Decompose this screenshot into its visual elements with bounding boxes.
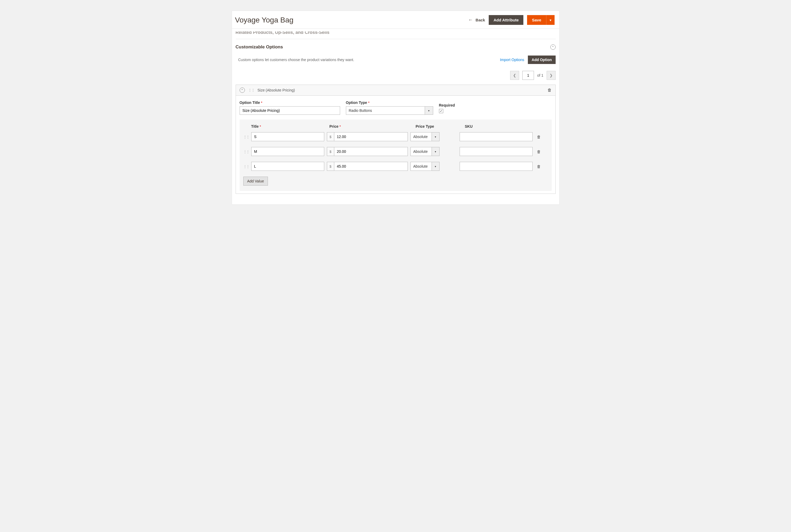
option-box-header-left: ⌃ ⋮⋮ Size (Absolute Pricing) bbox=[240, 88, 295, 93]
value-sku-input[interactable] bbox=[459, 147, 533, 156]
currency-symbol: $ bbox=[327, 132, 334, 141]
drag-handle-icon[interactable]: ⋮⋮ bbox=[243, 135, 249, 139]
values-header: Title* Price* Price Type SKU bbox=[243, 124, 548, 132]
add-value-button[interactable]: Add Value bbox=[243, 177, 268, 186]
add-option-button[interactable]: Add Option bbox=[528, 56, 555, 64]
value-price-input[interactable] bbox=[334, 132, 408, 141]
back-button[interactable]: ← Back bbox=[468, 17, 485, 23]
currency-symbol: $ bbox=[327, 162, 334, 171]
pager-total: of 1 bbox=[537, 73, 543, 77]
back-label: Back bbox=[475, 18, 485, 22]
option-body: Option Title* Option Type* Radio Buttons… bbox=[236, 96, 555, 193]
pager-prev-button[interactable]: ❮ bbox=[510, 71, 519, 80]
col-price: Price* bbox=[329, 124, 413, 129]
customizable-options-section-header[interactable]: Customizable Options ⌃ bbox=[236, 39, 555, 54]
value-row: ⋮⋮$Absolute▾🗑 bbox=[243, 162, 548, 171]
value-price-input[interactable] bbox=[334, 162, 408, 171]
drag-handle-icon[interactable]: ⋮⋮ bbox=[248, 88, 255, 92]
page-title: Voyage Yoga Bag bbox=[235, 16, 294, 24]
option-collapse-icon[interactable]: ⌃ bbox=[240, 88, 245, 93]
caret-down-icon: ▾ bbox=[432, 162, 439, 171]
customizable-actions: Import Options Add Option bbox=[500, 56, 555, 64]
value-row: ⋮⋮$Absolute▾🗑 bbox=[243, 147, 548, 156]
value-price-wrap: $ bbox=[327, 132, 408, 141]
value-rows: ⋮⋮$Absolute▾🗑⋮⋮$Absolute▾🗑⋮⋮$Absolute▾🗑 bbox=[243, 132, 548, 171]
check-icon: ✓ bbox=[440, 109, 442, 113]
value-price-type-select[interactable]: Absolute▾ bbox=[411, 162, 439, 171]
header-actions: ← Back Add Attribute Save ▾ bbox=[468, 15, 554, 25]
caret-down-icon: ▾ bbox=[432, 132, 439, 141]
value-price-wrap: $ bbox=[327, 162, 408, 171]
import-options-link[interactable]: Import Options bbox=[500, 58, 524, 62]
delete-value-icon[interactable]: 🗑 bbox=[537, 149, 541, 154]
required-label: Required bbox=[439, 103, 455, 107]
option-box-header: ⌃ ⋮⋮ Size (Absolute Pricing) 🗑 bbox=[236, 85, 555, 96]
value-row: ⋮⋮$Absolute▾🗑 bbox=[243, 132, 548, 141]
save-button[interactable]: Save bbox=[527, 15, 546, 25]
customizable-description-row: Custom options let customers choose the … bbox=[236, 54, 555, 69]
value-sku-input[interactable] bbox=[459, 132, 533, 141]
value-price-type-select[interactable]: Absolute▾ bbox=[411, 132, 439, 141]
save-dropdown-toggle[interactable]: ▾ bbox=[546, 15, 554, 25]
delete-option-icon[interactable]: 🗑 bbox=[547, 88, 552, 93]
option-type-label: Option Type* bbox=[346, 100, 433, 105]
option-type-value: Radio Buttons bbox=[346, 106, 433, 115]
required-star-icon: * bbox=[261, 101, 262, 105]
caret-down-icon: ▾ bbox=[432, 147, 439, 156]
page-wrapper: Voyage Yoga Bag ← Back Add Attribute Sav… bbox=[232, 11, 560, 205]
value-title-input[interactable] bbox=[251, 147, 324, 156]
value-title-input[interactable] bbox=[251, 132, 324, 141]
option-title-label: Option Title* bbox=[240, 100, 340, 105]
pager-next-button[interactable]: ❯ bbox=[547, 71, 555, 80]
required-star-icon: * bbox=[368, 101, 370, 105]
currency-symbol: $ bbox=[327, 147, 334, 156]
col-sku: SKU bbox=[465, 124, 539, 129]
pager: ❮ of 1 ❯ bbox=[236, 69, 555, 84]
value-price-input[interactable] bbox=[334, 147, 408, 156]
option-type-field: Option Type* Radio Buttons ▾ bbox=[346, 100, 433, 115]
collapse-icon[interactable]: ⌃ bbox=[550, 44, 555, 50]
option-header-name: Size (Absolute Pricing) bbox=[258, 88, 295, 92]
col-title: Title* bbox=[251, 124, 327, 129]
value-title-input[interactable] bbox=[251, 162, 324, 171]
required-field: Required ✓ bbox=[439, 103, 455, 115]
chevron-left-icon: ❮ bbox=[513, 73, 516, 77]
values-area: Title* Price* Price Type SKU ⋮⋮$Absolute… bbox=[240, 119, 552, 191]
content-area: Related Products, Up-Sells, and Cross-Se… bbox=[232, 29, 559, 204]
value-price-wrap: $ bbox=[327, 147, 408, 156]
drag-handle-icon[interactable]: ⋮⋮ bbox=[243, 165, 249, 168]
value-sku-input[interactable] bbox=[459, 162, 533, 171]
option-type-select[interactable]: Radio Buttons ▾ bbox=[346, 106, 433, 115]
option-title-input[interactable] bbox=[240, 106, 340, 115]
col-price-type: Price Type bbox=[416, 124, 462, 129]
option-field-row: Option Title* Option Type* Radio Buttons… bbox=[240, 100, 552, 115]
add-attribute-button[interactable]: Add Attribute bbox=[489, 15, 523, 25]
required-star-icon: * bbox=[260, 125, 261, 129]
customizable-description: Custom options let customers choose the … bbox=[238, 58, 354, 62]
related-products-section-header[interactable]: Related Products, Up-Sells, and Cross-Se… bbox=[236, 29, 555, 39]
save-button-group: Save ▾ bbox=[527, 15, 554, 25]
arrow-left-icon: ← bbox=[468, 17, 473, 23]
required-checkbox[interactable]: ✓ bbox=[439, 109, 443, 113]
option-title-field: Option Title* bbox=[240, 100, 340, 115]
required-star-icon: * bbox=[340, 125, 341, 129]
customizable-options-title: Customizable Options bbox=[236, 44, 283, 50]
value-price-type-select[interactable]: Absolute▾ bbox=[411, 147, 439, 156]
caret-down-icon: ▾ bbox=[425, 106, 433, 115]
delete-value-icon[interactable]: 🗑 bbox=[537, 135, 541, 139]
drag-handle-icon[interactable]: ⋮⋮ bbox=[243, 150, 249, 154]
option-box: ⌃ ⋮⋮ Size (Absolute Pricing) 🗑 Option Ti… bbox=[236, 84, 555, 194]
pager-page-input[interactable] bbox=[522, 71, 534, 80]
caret-down-icon: ▾ bbox=[549, 18, 551, 22]
header-bar: Voyage Yoga Bag ← Back Add Attribute Sav… bbox=[232, 11, 559, 29]
delete-value-icon[interactable]: 🗑 bbox=[537, 164, 541, 169]
chevron-right-icon: ❯ bbox=[549, 73, 553, 77]
